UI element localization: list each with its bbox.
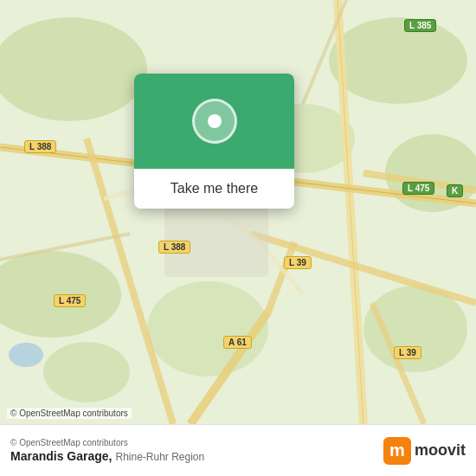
road-label-K: K — [447, 184, 463, 197]
moovit-label: moovit — [415, 441, 466, 460]
bottom-info: © OpenStreetMap contributors Marandis Ga… — [10, 438, 204, 463]
bottom-bar: © OpenStreetMap contributors Marandis Ga… — [0, 424, 476, 476]
place-name: Marandis Garage, — [10, 449, 113, 463]
svg-point-5 — [43, 342, 130, 402]
map-container: L 385 L 388 L 388 L 475 L 475 L 39 L 39 … — [0, 0, 476, 424]
popup-card: Take me there — [134, 74, 294, 209]
svg-point-2 — [329, 17, 467, 104]
svg-point-9 — [9, 343, 43, 367]
road-label-A61: A 61 — [223, 336, 252, 349]
take-me-there-button[interactable]: Take me there — [134, 169, 294, 209]
moovit-icon: m — [383, 437, 411, 465]
road-label-L388-left: L 388 — [24, 140, 56, 153]
location-dot-icon — [208, 114, 222, 128]
road-label-L388-center: L 388 — [158, 241, 190, 254]
svg-point-8 — [147, 281, 268, 376]
moovit-logo: m moovit — [383, 437, 466, 465]
map-svg — [0, 0, 476, 424]
road-label-L475-left: L 475 — [54, 294, 86, 307]
popup-header — [134, 74, 294, 169]
road-label-L475-right: L 475 — [402, 182, 434, 195]
road-label-L385: L 385 — [404, 19, 436, 32]
osm-attribution: © OpenStreetMap contributors — [10, 438, 204, 447]
road-label-L39-bottom: L 39 — [394, 346, 421, 359]
place-region: Rhine-Ruhr Region — [116, 451, 205, 463]
map-attribution: © OpenStreetMap contributors — [7, 408, 132, 419]
location-icon-wrapper — [192, 99, 237, 144]
road-label-L39-top: L 39 — [284, 256, 312, 269]
